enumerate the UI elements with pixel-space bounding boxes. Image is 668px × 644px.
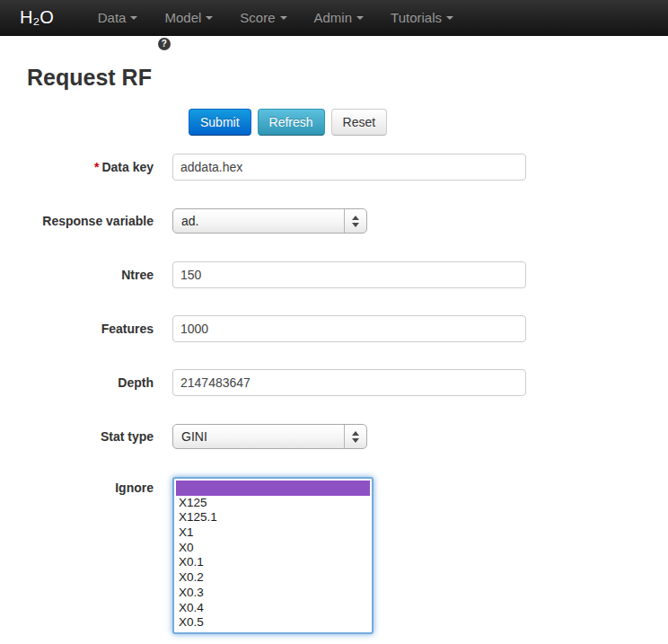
submit-button[interactable]: Submit: [189, 109, 251, 136]
form-row-features: Features: [27, 315, 641, 342]
nav-item-model[interactable]: Model: [151, 0, 226, 35]
caret-down-icon: [280, 16, 287, 20]
response-variable-select[interactable]: ad.: [172, 208, 367, 234]
h2o-brand-logo[interactable]: H₂O: [0, 0, 72, 35]
stat-type-selected-value: GINI: [173, 429, 344, 444]
arrow-down-icon: [352, 223, 359, 227]
stat-type-label: Stat type: [27, 423, 172, 450]
ignore-option[interactable]: X0.1: [176, 555, 370, 570]
arrow-up-icon: [352, 216, 359, 220]
form-row-stat-type: Stat type GINI: [27, 423, 641, 450]
main-content: Request RF? Submit Refresh Reset *Data k…: [0, 36, 668, 634]
reset-button[interactable]: Reset: [331, 109, 388, 136]
form-actions: Submit Refresh Reset: [189, 109, 641, 136]
page-title: Request RF: [27, 65, 152, 91]
ignore-option[interactable]: [176, 481, 370, 496]
nav-item-label: Data: [98, 10, 127, 25]
caret-down-icon: [130, 16, 137, 20]
form-row-data-key: *Data key: [27, 154, 641, 181]
stat-type-select[interactable]: GINI: [172, 424, 367, 449]
ignore-option[interactable]: X0.4: [176, 601, 370, 616]
response-variable-selected-value: ad.: [173, 214, 344, 228]
ignore-option[interactable]: X125: [176, 496, 370, 511]
nav-item-tutorials[interactable]: Tutorials: [377, 0, 467, 35]
features-label: Features: [27, 315, 172, 342]
ntree-label: Ntree: [27, 261, 172, 288]
ignore-option[interactable]: X0.2: [176, 570, 370, 586]
nav-item-data[interactable]: Data: [84, 0, 152, 35]
depth-input[interactable]: [172, 369, 526, 396]
nav-item-label: Score: [240, 10, 275, 25]
top-navbar: H₂O Data Model Score Admin Tutorials: [0, 0, 668, 36]
depth-label: Depth: [27, 369, 172, 396]
features-input[interactable]: [172, 315, 526, 342]
nav-item-label: Tutorials: [391, 10, 442, 25]
caret-down-icon: [206, 16, 213, 20]
arrow-down-icon: [352, 438, 359, 443]
ignore-option[interactable]: X0.3: [176, 586, 370, 601]
select-stepper-icon: [344, 209, 366, 233]
select-stepper-icon: [344, 425, 366, 448]
data-key-label: *Data key: [27, 154, 172, 181]
help-question-icon[interactable]: ?: [158, 38, 171, 50]
arrow-up-icon: [352, 431, 359, 436]
ignore-label: Ignore: [27, 477, 172, 634]
ignore-option[interactable]: X0.5: [176, 615, 370, 631]
form-row-ntree: Ntree: [27, 261, 641, 288]
nav-item-label: Model: [164, 10, 201, 25]
nav-item-label: Admin: [314, 10, 353, 25]
caret-down-icon: [446, 16, 453, 20]
form-row-ignore: Ignore X125X125.1X1X0X0.1X0.2X0.3X0.4X0.…: [27, 477, 641, 634]
ntree-input[interactable]: [172, 261, 526, 288]
data-key-input[interactable]: [172, 154, 526, 181]
ignore-option[interactable]: X125.1: [176, 510, 370, 525]
form-row-depth: Depth: [27, 369, 641, 396]
nav-item-admin[interactable]: Admin: [301, 0, 378, 35]
caret-down-icon: [356, 16, 364, 20]
ignore-option[interactable]: X1: [176, 525, 370, 541]
refresh-button[interactable]: Refresh: [258, 109, 325, 136]
nav-item-score[interactable]: Score: [226, 0, 300, 35]
navbar-menu: Data Model Score Admin Tutorials: [84, 0, 467, 35]
required-asterisk: *: [94, 160, 99, 174]
ignore-option[interactable]: X0: [176, 541, 370, 556]
response-variable-label: Response variable: [27, 207, 172, 234]
form-row-response-variable: Response variable ad.: [27, 207, 641, 234]
ignore-listbox[interactable]: X125X125.1X1X0X0.1X0.2X0.3X0.4X0.5: [172, 477, 374, 634]
